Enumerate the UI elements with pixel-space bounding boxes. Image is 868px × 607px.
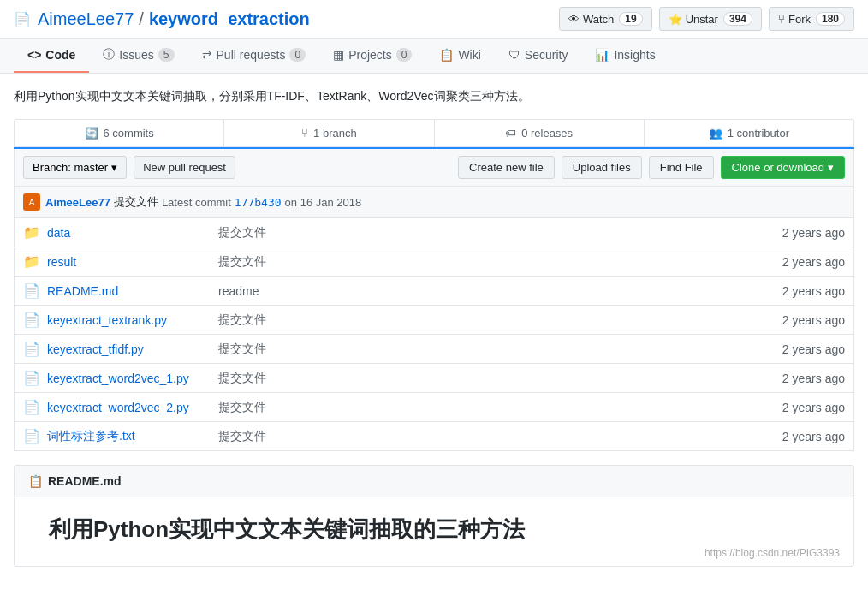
readme-title: README.md bbox=[48, 474, 122, 488]
file-age: 2 years ago bbox=[782, 226, 845, 240]
star-icon: ⭐ bbox=[669, 13, 682, 26]
file-link[interactable]: keyextract_word2vec_2.py bbox=[47, 401, 189, 414]
table-row: 📄 README.md readme 2 years ago bbox=[15, 277, 853, 306]
branch-selector[interactable]: Branch: master ▾ bbox=[23, 156, 127, 179]
commit-prefix: Latest commit bbox=[162, 196, 231, 209]
upload-files-button[interactable]: Upload files bbox=[562, 156, 642, 179]
contributors-link[interactable]: 1 contributor bbox=[728, 127, 789, 140]
file-icon: 📄 bbox=[23, 399, 40, 415]
title-separator: / bbox=[139, 9, 144, 29]
branches-link[interactable]: 1 branch bbox=[313, 127, 357, 140]
file-link[interactable]: keyextract_word2vec_1.py bbox=[47, 372, 189, 385]
commits-stat[interactable]: 🔄 6 commits bbox=[15, 120, 224, 146]
main-content: 利用Python实现中文文本关键词抽取，分别采用TF-IDF、TextRank、… bbox=[0, 74, 868, 580]
file-age: 2 years ago bbox=[782, 430, 845, 443]
file-icon: 📄 bbox=[23, 312, 40, 328]
tab-projects-label: Projects bbox=[348, 48, 392, 62]
releases-link[interactable]: 0 releases bbox=[521, 127, 573, 140]
projects-icon: ▦ bbox=[333, 48, 344, 62]
new-pr-button[interactable]: New pull request bbox=[134, 156, 235, 179]
file-toolbar: Branch: master ▾ New pull request Create… bbox=[14, 149, 854, 187]
file-icon: 📄 bbox=[23, 283, 40, 299]
file-age: 2 years ago bbox=[782, 342, 845, 356]
table-row: 📄 keyextract_word2vec_2.py 提交文件 2 years … bbox=[15, 393, 853, 422]
book-icon: 📄 bbox=[14, 11, 31, 27]
table-row: 📄 keyextract_textrank.py 提交文件 2 years ag… bbox=[15, 306, 853, 335]
file-age: 2 years ago bbox=[782, 401, 845, 414]
folder-icon: 📁 bbox=[23, 253, 40, 270]
tab-code[interactable]: <> Code bbox=[14, 39, 89, 73]
unstar-button[interactable]: ⭐ Unstar 394 bbox=[659, 7, 762, 31]
tab-code-label: Code bbox=[45, 48, 75, 62]
code-icon: <> bbox=[27, 48, 41, 62]
readme-header: 📋 README.md bbox=[15, 466, 853, 497]
fork-button[interactable]: ⑂ Fork 180 bbox=[769, 7, 854, 31]
commits-icon: 🔄 bbox=[85, 127, 98, 140]
file-icon: 📄 bbox=[23, 341, 40, 357]
file-icon: 📄 bbox=[23, 428, 40, 444]
readme-body: 利用Python实现中文文本关键词抽取的三种方法 https://blog.cs… bbox=[15, 497, 853, 566]
contributors-stat[interactable]: 👥 1 contributor bbox=[645, 120, 853, 146]
commit-info: A AimeeLee77 提交文件 Latest commit 177b430 … bbox=[14, 187, 854, 218]
watch-button[interactable]: 👁 Watch 19 bbox=[559, 7, 652, 31]
readme-section: 📋 README.md 利用Python实现中文文本关键词抽取的三种方法 htt… bbox=[14, 465, 854, 567]
tab-wiki[interactable]: 📋 Wiki bbox=[425, 39, 494, 73]
nav-tabs: <> Code ⓘ Issues 5 ⇄ Pull requests 0 ▦ P… bbox=[0, 39, 868, 74]
file-link[interactable]: data bbox=[47, 226, 70, 240]
file-link[interactable]: keyextract_tfidf.py bbox=[47, 342, 144, 356]
file-link[interactable]: README.md bbox=[47, 284, 118, 298]
watermark: https://blog.csdn.net/PIG3393 bbox=[705, 547, 840, 559]
commit-date: on 16 Jan 2018 bbox=[285, 196, 362, 209]
table-row: 📁 result 提交文件 2 years ago bbox=[15, 247, 853, 277]
issues-count: 5 bbox=[158, 48, 175, 62]
readme-heading: 利用Python实现中文文本关键词抽取的三种方法 bbox=[49, 515, 819, 545]
file-age: 2 years ago bbox=[782, 313, 845, 327]
file-age: 2 years ago bbox=[782, 255, 845, 269]
commit-message: 提交文件 bbox=[114, 194, 158, 210]
branch-icon: ⑂ bbox=[301, 127, 308, 140]
fork-count: 180 bbox=[816, 12, 845, 26]
tab-pullrequests[interactable]: ⇄ Pull requests 0 bbox=[188, 39, 320, 73]
table-row: 📄 keyextract_word2vec_1.py 提交文件 2 years … bbox=[15, 364, 853, 393]
repo-description: 利用Python实现中文文本关键词抽取，分别采用TF-IDF、TextRank、… bbox=[14, 87, 854, 105]
releases-stat[interactable]: 🏷 0 releases bbox=[435, 120, 645, 146]
file-link[interactable]: result bbox=[47, 255, 76, 269]
branches-stat[interactable]: ⑂ 1 branch bbox=[224, 120, 434, 146]
fork-label: Fork bbox=[788, 13, 811, 26]
file-commit-msg: 提交文件 bbox=[218, 400, 782, 415]
file-icon: 📄 bbox=[23, 370, 40, 386]
clone-chevron-icon: ▾ bbox=[828, 161, 834, 174]
commit-hash-link[interactable]: 177b430 bbox=[235, 196, 282, 209]
clone-download-button[interactable]: Clone or download ▾ bbox=[721, 156, 845, 179]
chevron-down-icon: ▾ bbox=[111, 161, 117, 174]
repo-owner-link[interactable]: AimeeLee77 bbox=[38, 9, 134, 29]
file-commit-msg: 提交文件 bbox=[218, 312, 782, 328]
commits-link[interactable]: 6 commits bbox=[104, 127, 154, 140]
pr-count: 0 bbox=[289, 48, 306, 62]
file-list: 📁 data 提交文件 2 years ago 📁 result 提交文件 2 … bbox=[14, 218, 854, 451]
tab-security-label: Security bbox=[525, 48, 568, 62]
toolbar-right: Create new file Upload files Find File C… bbox=[458, 156, 845, 179]
tab-issues[interactable]: ⓘ Issues 5 bbox=[89, 39, 187, 73]
tab-insights-label: Insights bbox=[614, 48, 655, 62]
tag-icon: 🏷 bbox=[505, 127, 516, 140]
file-link[interactable]: keyextract_textrank.py bbox=[47, 313, 167, 327]
tab-wiki-label: Wiki bbox=[458, 48, 480, 62]
tab-projects[interactable]: ▦ Projects 0 bbox=[319, 39, 425, 73]
commit-author-link[interactable]: AimeeLee77 bbox=[45, 196, 110, 209]
action-buttons: 👁 Watch 19 ⭐ Unstar 394 ⑂ Fork 180 bbox=[559, 7, 854, 31]
file-link[interactable]: 词性标注参考.txt bbox=[47, 429, 135, 443]
table-row: 📄 词性标注参考.txt 提交文件 2 years ago bbox=[15, 422, 853, 450]
issues-icon: ⓘ bbox=[103, 47, 115, 62]
clone-label: Clone or download bbox=[732, 161, 824, 174]
create-new-file-button[interactable]: Create new file bbox=[458, 156, 555, 179]
security-icon: 🛡 bbox=[508, 48, 520, 62]
find-file-button[interactable]: Find File bbox=[649, 156, 714, 179]
tab-security[interactable]: 🛡 Security bbox=[495, 39, 582, 73]
people-icon: 👥 bbox=[709, 127, 722, 140]
insights-icon: 📊 bbox=[595, 48, 609, 62]
repo-name-link[interactable]: keyword_extraction bbox=[149, 9, 310, 29]
stats-bar: 🔄 6 commits ⑂ 1 branch 🏷 0 releases 👥 1 … bbox=[14, 119, 854, 147]
branch-selector-label: Branch: master bbox=[33, 161, 108, 174]
tab-insights[interactable]: 📊 Insights bbox=[581, 39, 669, 73]
